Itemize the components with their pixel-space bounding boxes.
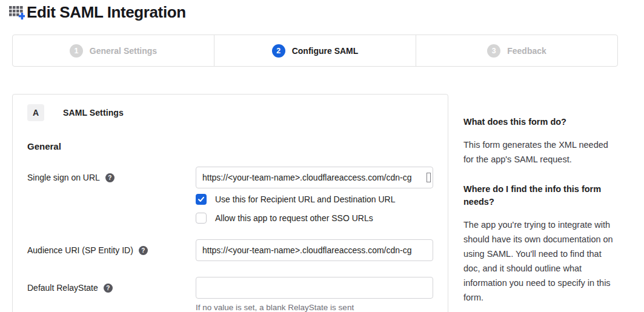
default-relaystate-input[interactable] <box>196 277 433 299</box>
step-feedback[interactable]: 3 Feedback <box>416 35 617 66</box>
input-wrapper <box>196 277 433 299</box>
saml-settings-card: A SAML Settings General Single sign on U… <box>12 94 448 312</box>
text-cursor <box>427 173 431 182</box>
relaystate-helper-text: If no value is set, a blank RelayState i… <box>196 303 433 312</box>
field-label-cell: Default RelayState ? <box>27 277 196 293</box>
field-control-cell: Use this for Recipient URL and Destinati… <box>196 167 433 224</box>
field-row-default-relaystate: Default RelayState ? If no value is set,… <box>27 277 433 312</box>
field-control-cell <box>196 239 433 261</box>
recipient-url-checkbox[interactable] <box>196 194 207 205</box>
wizard-stepper: 1 General Settings 2 Configure SAML 3 Fe… <box>12 35 618 67</box>
section-header: A SAML Settings <box>27 104 433 121</box>
page-title: Edit SAML Integration <box>27 3 186 22</box>
step-label: Feedback <box>507 46 546 56</box>
input-wrapper <box>196 239 433 261</box>
audience-uri-input[interactable] <box>196 239 433 261</box>
page-header: Edit SAML Integration <box>8 3 186 22</box>
input-wrapper <box>196 167 433 188</box>
single-sign-on-url-input[interactable] <box>196 167 433 188</box>
audience-uri-label: Audience URI (SP Entity ID) <box>27 245 133 255</box>
help-icon[interactable]: ? <box>105 173 115 182</box>
help-sidebar: What does this form do? This form genera… <box>463 116 615 312</box>
recipient-url-checkbox-label: Use this for Recipient URL and Destinati… <box>215 194 396 204</box>
step-number-badge: 2 <box>272 44 285 58</box>
section-badge-a: A <box>27 104 44 121</box>
step-configure-saml[interactable]: 2 Configure SAML <box>214 35 416 66</box>
general-group-title: General <box>27 141 433 151</box>
sidebar-body-where: The app you're trying to integrate with … <box>463 217 615 305</box>
field-control-cell: If no value is set, a blank RelayState i… <box>196 277 433 312</box>
add-app-icon <box>8 4 25 21</box>
other-sso-urls-checkbox-label: Allow this app to request other SSO URLs <box>215 213 373 223</box>
sidebar-heading-what: What does this form do? <box>463 116 615 128</box>
other-sso-urls-checkbox-row: Allow this app to request other SSO URLs <box>196 213 433 224</box>
field-row-audience-uri: Audience URI (SP Entity ID) ? <box>27 239 433 261</box>
single-sign-on-url-label: Single sign on URL <box>27 173 100 182</box>
checkmark-icon <box>198 196 205 203</box>
sidebar-body-what: This form generates the XML needed for t… <box>463 138 615 167</box>
help-icon[interactable]: ? <box>139 246 148 255</box>
field-row-single-sign-on-url: Single sign on URL ? Use this for Recipi… <box>27 167 433 224</box>
help-icon[interactable]: ? <box>104 284 113 293</box>
section-title: SAML Settings <box>63 108 124 118</box>
step-label: Configure SAML <box>292 46 359 56</box>
field-label-cell: Single sign on URL ? <box>27 167 196 182</box>
step-label: General Settings <box>90 46 157 56</box>
step-general-settings[interactable]: 1 General Settings <box>13 35 214 66</box>
edit-saml-integration-page: Edit SAML Integration 1 General Settings… <box>0 0 644 312</box>
sidebar-heading-where: Where do I find the info this form needs… <box>463 183 615 208</box>
step-number-badge: 3 <box>487 44 500 58</box>
default-relaystate-label: Default RelayState <box>27 283 98 293</box>
recipient-url-checkbox-row: Use this for Recipient URL and Destinati… <box>196 194 433 205</box>
step-number-badge: 1 <box>70 44 83 58</box>
other-sso-urls-checkbox[interactable] <box>196 213 207 224</box>
field-label-cell: Audience URI (SP Entity ID) ? <box>27 239 196 255</box>
